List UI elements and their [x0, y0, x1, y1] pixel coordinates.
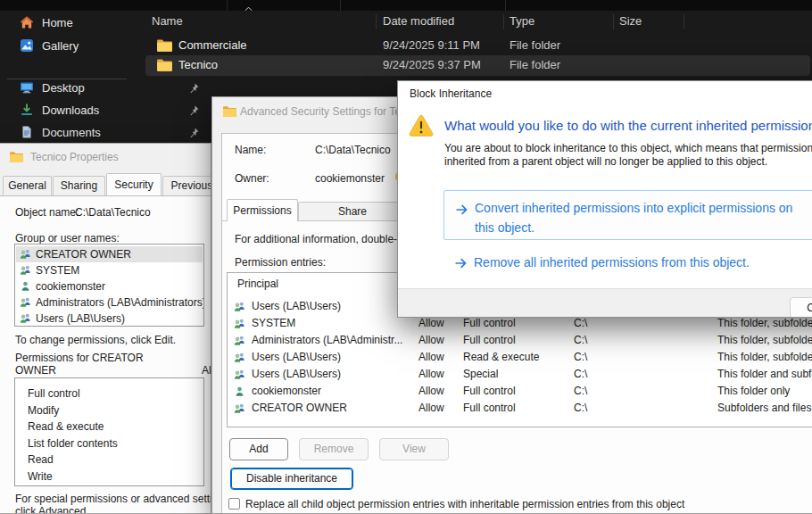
- cell-principal: Users (LAB\Users): [252, 349, 341, 366]
- cell-access: Special: [463, 366, 498, 383]
- permission-row[interactable]: Read: [28, 453, 54, 466]
- tab-label: Sharing: [61, 179, 97, 192]
- group-or-user-names-label: Group or user names:: [15, 232, 120, 245]
- explorer-command-bar-edge: [0, 0, 812, 11]
- tab-label: Permissions: [233, 204, 291, 217]
- group-icon: [234, 402, 245, 414]
- column-divider[interactable]: [684, 14, 684, 29]
- table-row[interactable]: CREATOR OWNER Allow Full control C:\ Sub…: [228, 400, 812, 417]
- folder-icon: [156, 57, 172, 73]
- column-header-size[interactable]: Size: [619, 12, 642, 30]
- permission-row[interactable]: Read & execute: [28, 420, 104, 433]
- column-divider[interactable]: [613, 14, 614, 29]
- screen: Home Gallery Desktop Downloads Documents: [0, 0, 812, 514]
- cell-inherited-from: C:\: [574, 349, 587, 366]
- file-row-tecnico[interactable]: Tecnico 9/24/2025 9:37 PM File folder: [145, 55, 810, 76]
- block-inheritance-dialog: Block Inheritance What would you like to…: [397, 80, 812, 318]
- permissions-for-label: Permissions for CREATOR OWNER: [15, 352, 171, 377]
- remove-permissions-command-link[interactable]: Remove all inherited permissions from th…: [443, 249, 812, 278]
- allow-column-header: Allow: [202, 364, 211, 377]
- group-icon: [234, 335, 245, 346]
- arrow-right-icon: [455, 203, 468, 217]
- permission-row[interactable]: Write: [28, 470, 53, 483]
- permission-row[interactable]: List folder contents: [28, 437, 118, 450]
- toolbar-separator: [505, 0, 506, 11]
- group-icon: [234, 352, 245, 363]
- cell-access: Full control: [463, 383, 516, 400]
- group-item-system[interactable]: SYSTEM: [16, 262, 203, 278]
- table-row[interactable]: Administrators (LAB\Administr... Allow F…: [228, 332, 812, 349]
- cell-principal: Administrators (LAB\Administr...: [252, 332, 402, 349]
- column-header-date-modified[interactable]: Date modified: [383, 12, 454, 30]
- cancel-button[interactable]: Cancel: [790, 297, 812, 318]
- file-row-commerciale[interactable]: Commerciale 9/24/2025 9:11 PM File folde…: [145, 36, 810, 55]
- column-header-name[interactable]: Name: [152, 12, 183, 30]
- view-button[interactable]: View: [379, 438, 449, 460]
- group-icon: [20, 264, 31, 276]
- group-icon: [20, 312, 31, 324]
- cell-type: Allow: [418, 400, 444, 417]
- cell-principal: CREATOR OWNER: [252, 400, 347, 417]
- tab-label: Security: [114, 178, 153, 191]
- folder-icon: [9, 150, 23, 164]
- folder-icon: [222, 104, 236, 119]
- disable-inheritance-button[interactable]: Disable inheritance: [230, 468, 353, 490]
- replace-permissions-label: Replace all child object permission entr…: [245, 498, 684, 510]
- column-divider[interactable]: [503, 14, 504, 29]
- button-label: Add: [249, 443, 268, 455]
- object-name-label: Object name:: [15, 206, 79, 219]
- object-name-value: C:\Data\Tecnico: [75, 206, 151, 219]
- group-icon: [20, 296, 31, 308]
- tab-previous-versions[interactable]: Previous Versions: [162, 176, 211, 195]
- column-header-type[interactable]: Type: [510, 12, 534, 30]
- convert-permissions-command-link[interactable]: Convert inherited permissions into expli…: [443, 190, 812, 240]
- tab-share[interactable]: Share: [298, 202, 407, 220]
- table-row[interactable]: Users (LAB\Users) Allow Read & execute C…: [228, 349, 812, 366]
- group-item-users[interactable]: Users (LAB\Users): [16, 311, 203, 327]
- owner-label: Owner:: [235, 172, 269, 185]
- group-item-label: cookiemonster: [36, 280, 105, 293]
- table-row[interactable]: cookiemonster Allow Full control C:\ Thi…: [228, 383, 812, 400]
- group-item-label: CREATOR OWNER: [36, 248, 131, 261]
- add-button[interactable]: Add: [229, 438, 288, 460]
- cell-type: Allow: [418, 332, 444, 349]
- dialog-title: Block Inheritance: [410, 87, 492, 100]
- tab-security[interactable]: Security: [106, 173, 162, 195]
- group-item-creator-owner[interactable]: CREATOR OWNER: [16, 246, 203, 262]
- group-item-label: Users (LAB\Users): [36, 312, 125, 325]
- body-text-line1: You are about to block inheritance to th…: [444, 142, 812, 154]
- button-label: Disable inheritance: [246, 472, 337, 485]
- tab-label: Share: [338, 205, 367, 218]
- toolbar-separator: [227, 0, 228, 11]
- button-label: View: [402, 443, 426, 455]
- remove-button[interactable]: Remove: [299, 438, 369, 460]
- file-name: Tecnico: [178, 58, 218, 71]
- tab-general[interactable]: General: [3, 176, 52, 195]
- group-item-administrators[interactable]: Administrators (LAB\Administrators): [16, 294, 203, 311]
- cell-type: Allow: [418, 383, 444, 400]
- cell-principal: Users (LAB\Users): [252, 366, 341, 383]
- cell-applies-to: This folder and subfolders: [717, 366, 812, 383]
- cell-applies-to: This folder, subfolders and files: [717, 349, 812, 366]
- table-row[interactable]: Users (LAB\Users) Allow Special C:\ This…: [228, 366, 812, 383]
- permissions-listbox: Full control Modify Read & execute List …: [14, 377, 204, 486]
- cell-inherited-from: C:\: [574, 366, 587, 383]
- advanced-hint-line1: For special permissions or advanced sett…: [15, 493, 211, 505]
- permission-row[interactable]: Modify: [28, 404, 59, 417]
- body-text-line2: inherited from a parent object will no l…: [444, 155, 767, 168]
- table-header-principal[interactable]: Principal: [237, 278, 278, 290]
- cell-access: Read & execute: [463, 349, 539, 366]
- file-type: File folder: [510, 58, 560, 71]
- tab-permissions[interactable]: Permissions: [227, 199, 298, 221]
- command-link-label-line1: Convert inherited permissions into expli…: [475, 198, 792, 218]
- permission-row[interactable]: Full control: [28, 387, 80, 400]
- group-user-listbox: CREATOR OWNER SYSTEM cookiemonster Admin…: [14, 244, 204, 327]
- tab-sharing[interactable]: Sharing: [53, 176, 105, 195]
- group-item-cookiemonster[interactable]: cookiemonster: [16, 278, 203, 294]
- cell-access: Full control: [463, 400, 516, 417]
- replace-permissions-checkbox[interactable]: [228, 498, 240, 510]
- group-icon: [20, 248, 31, 260]
- cell-inherited-from: C:\: [574, 383, 587, 400]
- permission-row[interactable]: Special permissions: [28, 485, 123, 486]
- column-divider[interactable]: [376, 14, 377, 29]
